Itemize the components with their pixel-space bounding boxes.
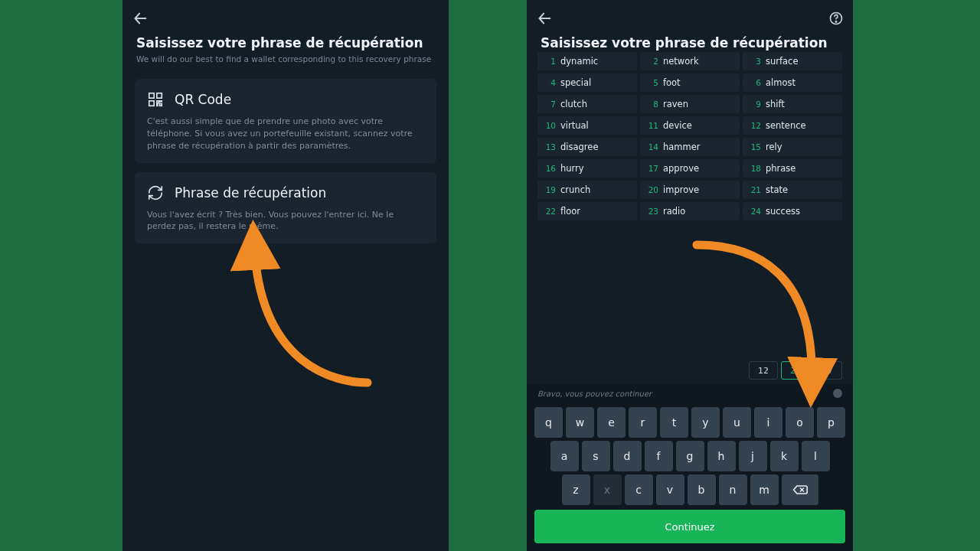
back-icon[interactable]	[536, 10, 553, 27]
seed-word-text: special	[560, 77, 591, 88]
key-a[interactable]: a	[550, 441, 579, 471]
seed-word-index: 9	[747, 99, 761, 109]
seed-word-cell[interactable]: 20improve	[640, 181, 740, 199]
seed-word-text: raven	[663, 99, 688, 109]
key-c[interactable]: c	[625, 474, 653, 505]
seed-word-text: radio	[663, 206, 685, 217]
key-m[interactable]: m	[750, 474, 779, 505]
seed-word-cell[interactable]: 11device	[640, 116, 740, 135]
seed-word-cell[interactable]: 6almost	[743, 73, 842, 92]
seed-word-cell[interactable]: 10virtual	[537, 116, 637, 135]
key-k[interactable]: k	[770, 441, 799, 471]
svg-rect-4	[157, 101, 159, 103]
seed-word-index: 23	[645, 207, 658, 216]
word-count-option[interactable]: 24	[781, 361, 810, 380]
qr-code-icon	[147, 91, 164, 108]
key-backspace[interactable]	[782, 474, 818, 505]
screen-enter-words: Saisissez votre phrase de récupération 1…	[527, 0, 853, 551]
key-d[interactable]: d	[613, 441, 642, 471]
seed-word-index: 18	[747, 164, 761, 173]
seed-word-text: hammer	[663, 142, 701, 152]
seed-word-cell[interactable]: 9shift	[743, 95, 842, 113]
seed-word-text: rely	[766, 142, 782, 152]
seed-word-index: 14	[645, 142, 658, 152]
seed-word-cell[interactable]: 17approve	[640, 159, 740, 178]
key-g[interactable]: g	[676, 441, 704, 471]
seed-word-cell[interactable]: 4special	[537, 73, 637, 92]
seed-word-cell[interactable]: 24success	[743, 202, 842, 220]
seed-word-cell[interactable]: 2network	[640, 52, 740, 70]
seed-word-cell[interactable]: 7clutch	[537, 95, 637, 113]
seed-word-text: phrase	[766, 163, 795, 174]
seed-word-index: 7	[542, 99, 556, 109]
key-u[interactable]: u	[723, 407, 751, 438]
key-n[interactable]: n	[719, 474, 747, 505]
key-z[interactable]: z	[562, 474, 590, 505]
seed-word-index: 5	[645, 78, 658, 87]
seed-word-cell[interactable]: 14hammer	[640, 138, 740, 156]
seed-word-index: 17	[645, 164, 658, 173]
seed-word-cell[interactable]: 15rely	[743, 138, 842, 156]
word-count-option[interactable]: 27	[813, 361, 842, 380]
seed-word-cell[interactable]: 16hurry	[537, 159, 637, 178]
seed-word-cell[interactable]: 5foot	[640, 73, 740, 92]
seed-word-text: foot	[663, 77, 681, 88]
seed-word-text: virtual	[560, 120, 589, 131]
key-h[interactable]: h	[707, 441, 736, 471]
seed-word-index: 24	[747, 207, 761, 216]
key-f[interactable]: f	[645, 441, 673, 471]
seed-word-text: success	[766, 206, 800, 217]
help-icon[interactable]	[828, 11, 844, 26]
key-j[interactable]: j	[739, 441, 767, 471]
key-q[interactable]: q	[534, 407, 563, 438]
seed-word-index: 8	[645, 99, 658, 109]
seed-word-cell[interactable]: 12sentence	[743, 116, 842, 135]
seed-word-index: 3	[747, 57, 761, 66]
seed-word-index: 22	[542, 207, 556, 216]
seed-word-text: clutch	[560, 99, 587, 109]
key-y[interactable]: y	[691, 407, 720, 438]
seed-word-cell[interactable]: 13disagree	[537, 138, 637, 156]
option-qr-code[interactable]: QR Code C'est aussi simple que de prendr…	[135, 79, 436, 163]
key-l[interactable]: l	[802, 441, 830, 471]
svg-rect-7	[157, 103, 158, 106]
seed-word-text: device	[663, 120, 692, 131]
key-o[interactable]: o	[786, 407, 814, 438]
key-e[interactable]: e	[597, 407, 626, 438]
svg-rect-1	[149, 93, 154, 97]
seed-word-cell[interactable]: 21state	[743, 181, 842, 199]
option-recovery-phrase[interactable]: Phrase de récupération Vous l'avez écrit…	[135, 172, 436, 244]
word-count-option[interactable]: 12	[749, 361, 778, 380]
key-r[interactable]: r	[629, 407, 657, 438]
seed-word-text: disagree	[560, 142, 598, 152]
topbar	[527, 0, 853, 32]
key-s[interactable]: s	[582, 441, 610, 471]
key-b[interactable]: b	[688, 474, 716, 505]
page-subtitle: We will do our best to find a wallet cor…	[122, 52, 449, 74]
seed-word-cell[interactable]: 3surface	[743, 52, 842, 70]
key-v[interactable]: v	[656, 474, 684, 505]
continue-button[interactable]: Continuez	[534, 510, 845, 543]
word-count-selector: 122427	[527, 361, 853, 380]
seed-word-index: 20	[645, 185, 658, 194]
info-icon[interactable]	[833, 389, 842, 398]
seed-word-cell[interactable]: 22floor	[537, 202, 637, 220]
seed-word-index: 6	[747, 78, 761, 87]
seed-word-cell[interactable]: 8raven	[640, 95, 740, 113]
seed-word-index: 19	[542, 185, 556, 194]
seed-word-cell[interactable]: 18phrase	[743, 159, 842, 178]
key-w[interactable]: w	[566, 407, 594, 438]
seed-word-index: 13	[542, 142, 556, 152]
hint-text: Bravo, vous pouvez continuer	[537, 390, 652, 398]
seed-word-index: 10	[542, 121, 556, 130]
seed-word-cell[interactable]: 23radio	[640, 202, 740, 220]
key-i[interactable]: i	[754, 407, 782, 438]
seed-word-text: improve	[663, 184, 699, 195]
option-qr-title: QR Code	[175, 92, 231, 107]
key-p[interactable]: p	[817, 407, 845, 438]
key-x[interactable]: x	[593, 474, 622, 505]
back-icon[interactable]	[132, 10, 149, 27]
key-t[interactable]: t	[660, 407, 688, 438]
seed-word-cell[interactable]: 1dynamic	[537, 52, 637, 70]
seed-word-cell[interactable]: 19crunch	[537, 181, 637, 199]
